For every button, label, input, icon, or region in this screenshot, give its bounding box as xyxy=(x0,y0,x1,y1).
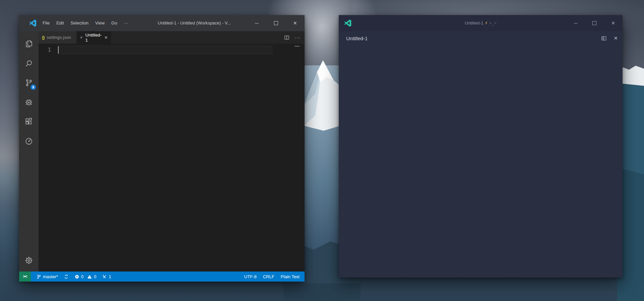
warning-count: 0 xyxy=(94,274,96,279)
error-icon xyxy=(74,274,79,279)
editor-actions: ··· xyxy=(284,31,301,44)
tab-label: Untitled-1 xyxy=(86,33,102,43)
minimize-button[interactable] xyxy=(247,15,266,31)
window-controls: ✕ xyxy=(566,15,623,31)
vscode-logo-icon xyxy=(29,19,37,27)
close-button[interactable]: ✕ xyxy=(604,15,623,31)
text-cursor xyxy=(58,46,59,54)
tab-bar: {} settings.json Untitled-1 ✕ xyxy=(39,31,305,44)
menu-file[interactable]: File xyxy=(39,15,53,31)
search-icon[interactable] xyxy=(19,54,39,73)
current-line-highlight xyxy=(58,46,272,54)
sync-icon xyxy=(64,274,69,279)
window-controls: ✕ xyxy=(247,15,305,31)
tools-icon xyxy=(102,274,107,279)
language-mode-status[interactable]: Plain Text xyxy=(281,274,300,279)
editor-title-label: Untitled-1 xyxy=(346,36,368,41)
window-title-suffix: >_< xyxy=(489,20,496,25)
status-bar: >< master* xyxy=(19,272,305,282)
editor-area: {} settings.json Untitled-1 ✕ xyxy=(39,31,305,272)
tab-untitled-1[interactable]: Untitled-1 ✕ xyxy=(76,31,111,44)
branch-name: master* xyxy=(43,274,58,279)
tab-label: settings.json xyxy=(47,35,71,40)
scm-badge: 8 xyxy=(31,84,36,90)
split-editor-icon[interactable] xyxy=(284,35,289,40)
title-bar: Untitled-1⚡>_< ✕ xyxy=(339,15,623,31)
tools-status[interactable]: 1 xyxy=(102,274,111,279)
window-body: 8 xyxy=(19,31,305,272)
empty-editor[interactable] xyxy=(339,45,623,278)
close-button[interactable]: ✕ xyxy=(285,15,305,31)
code-editor[interactable]: 1 xyxy=(39,44,305,272)
menu-view[interactable]: View xyxy=(92,15,108,31)
menu-go[interactable]: Go xyxy=(108,15,120,31)
menu-edit[interactable]: Edit xyxy=(53,15,67,31)
sync-button[interactable] xyxy=(64,274,69,279)
encoding-status[interactable]: UTF-8 xyxy=(244,274,257,279)
close-editor-icon[interactable]: ✕ xyxy=(613,35,618,41)
split-editor-icon[interactable] xyxy=(601,36,607,41)
more-actions-icon[interactable]: ··· xyxy=(295,35,301,40)
activity-bar: 8 xyxy=(19,31,39,272)
warning-icon xyxy=(87,274,92,279)
error-count: 0 xyxy=(81,274,84,279)
menu-bar: File Edit Selection View Go ··· xyxy=(39,15,131,31)
lightning-icon: ⚡ xyxy=(483,20,489,25)
editor-title-header: Untitled-1 ✕ xyxy=(339,31,623,45)
vscode-window: File Edit Selection View Go ··· Untitled… xyxy=(19,15,305,282)
menu-selection[interactable]: Selection xyxy=(67,15,92,31)
tab-settings-json[interactable]: {} settings.json xyxy=(39,31,76,44)
maximize-button[interactable] xyxy=(266,15,285,31)
debug-icon[interactable] xyxy=(19,93,39,112)
source-control-icon[interactable]: 8 xyxy=(19,73,39,93)
maximize-button[interactable] xyxy=(585,15,604,31)
problems-status[interactable]: 0 0 xyxy=(74,274,96,279)
clock-icon[interactable] xyxy=(19,131,39,151)
title-bar: File Edit Selection View Go ··· Untitled… xyxy=(19,15,305,31)
menu-more[interactable]: ··· xyxy=(120,15,131,31)
editor-actions: ✕ xyxy=(601,31,618,45)
overview-ruler-cursor-mark xyxy=(294,46,300,47)
tab-close-icon[interactable]: ✕ xyxy=(104,35,108,40)
explorer-icon[interactable] xyxy=(19,34,39,54)
git-branch-status[interactable]: master* xyxy=(37,274,58,279)
extensions-icon[interactable] xyxy=(19,112,39,131)
window-title: Untitled-1 - Untitled (Workspace) - V... xyxy=(158,15,231,31)
minimize-button[interactable] xyxy=(566,15,585,31)
tools-count: 1 xyxy=(109,274,111,279)
settings-gear-icon[interactable] xyxy=(19,252,39,269)
line-number: 1 xyxy=(39,46,51,54)
plain-file-icon xyxy=(80,35,83,40)
eol-status[interactable]: CRLF xyxy=(263,274,274,279)
json-braces-icon: {} xyxy=(42,35,44,40)
vscode-window-secondary: Untitled-1⚡>_< ✕ Untitled-1 ✕ xyxy=(339,15,623,278)
remote-indicator[interactable]: >< xyxy=(19,272,31,282)
desktop: File Edit Selection View Go ··· Untitled… xyxy=(0,0,644,301)
branch-icon xyxy=(37,274,41,279)
window-title-main: Untitled-1 xyxy=(465,20,483,25)
